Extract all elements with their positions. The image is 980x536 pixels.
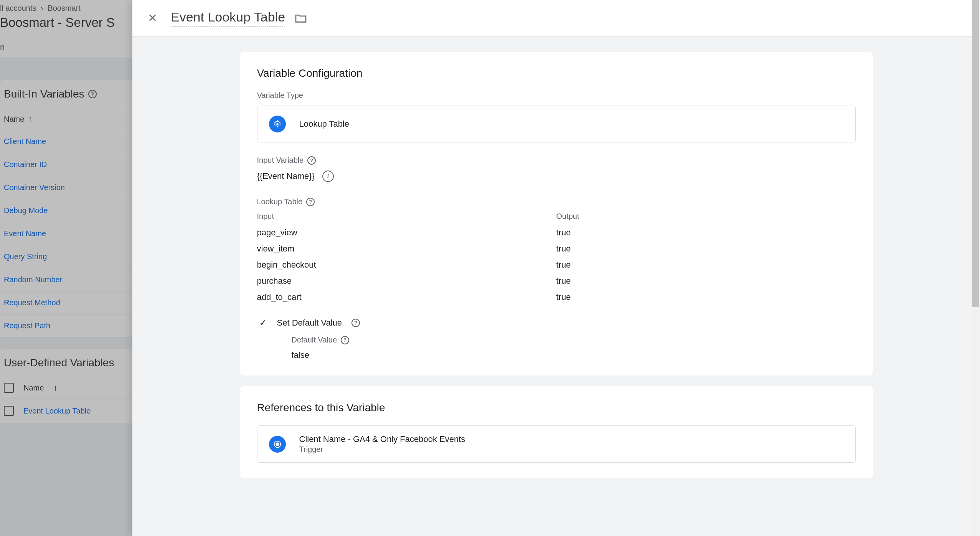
help-icon[interactable]: ?	[351, 319, 360, 327]
trigger-icon	[269, 436, 286, 453]
lookup-input: add_to_cart	[257, 292, 556, 302]
lookup-row: purchase true	[257, 273, 856, 289]
lookup-output: true	[556, 276, 571, 286]
lookup-row: add_to_cart true	[257, 289, 856, 305]
lookup-label-text: Lookup Table	[257, 197, 303, 206]
svg-point-0	[276, 123, 279, 125]
reference-type: Trigger	[299, 445, 465, 454]
help-icon[interactable]: ?	[307, 156, 316, 165]
lookup-output: true	[556, 260, 571, 270]
reference-text: Client Name - GA4 & Only Facebook Events…	[299, 434, 465, 454]
variable-name-title[interactable]: Event Lookup Table	[171, 10, 285, 26]
reference-item[interactable]: Client Name - GA4 & Only Facebook Events…	[257, 425, 856, 463]
lookup-row: begin_checkout true	[257, 257, 856, 273]
variable-detail-panel: ✕ Event Lookup Table Variable Configurat…	[132, 0, 980, 536]
checkmark-icon: ✓	[259, 317, 267, 329]
references-card: References to this Variable Client Name …	[240, 386, 873, 478]
panel-content: Variable Configuration Variable Type Loo…	[240, 52, 873, 521]
variable-type-name: Lookup Table	[299, 119, 350, 129]
panel-header: ✕ Event Lookup Table	[132, 0, 980, 36]
lookup-row: page_view true	[257, 225, 856, 241]
lookup-input: begin_checkout	[257, 260, 556, 270]
info-icon[interactable]: i	[322, 170, 334, 182]
lookup-table-label: Lookup Table ?	[257, 197, 856, 206]
lookup-table-grid: Input Output page_view true view_item tr…	[257, 212, 856, 305]
lookup-row: view_item true	[257, 241, 856, 257]
lookup-input: view_item	[257, 244, 556, 254]
input-var-label-text: Input Variable	[257, 156, 304, 165]
variable-config-card: Variable Configuration Variable Type Loo…	[240, 52, 873, 376]
output-col-header: Output	[556, 212, 579, 221]
references-title: References to this Variable	[257, 402, 856, 414]
reference-name: Client Name - GA4 & Only Facebook Events	[299, 434, 465, 444]
variable-type-selector[interactable]: Lookup Table	[257, 106, 856, 142]
input-variable-label: Input Variable ?	[257, 156, 856, 165]
set-default-row: ✓ Set Default Value ?	[257, 317, 856, 329]
variable-type-label: Variable Type	[257, 91, 856, 100]
lookup-table-header: Input Output	[257, 212, 856, 221]
set-default-label: Set Default Value	[277, 318, 342, 328]
lookup-input: page_view	[257, 228, 556, 238]
svg-point-2	[276, 443, 279, 445]
folder-icon[interactable]	[295, 13, 307, 23]
lookup-output: true	[556, 228, 571, 238]
input-col-header: Input	[257, 212, 556, 221]
lookup-output: true	[556, 244, 571, 254]
config-title: Variable Configuration	[257, 67, 856, 79]
default-value-label: Default Value ?	[292, 336, 856, 344]
default-value-label-text: Default Value	[292, 336, 337, 344]
scrollbar-thumb[interactable]	[972, 0, 979, 307]
lookup-output: true	[556, 292, 571, 302]
gear-icon	[269, 116, 286, 132]
scrollbar[interactable]	[972, 0, 980, 536]
default-value: false	[292, 350, 856, 360]
help-icon[interactable]: ?	[341, 336, 349, 344]
close-icon[interactable]: ✕	[148, 12, 157, 24]
lookup-input: purchase	[257, 276, 556, 286]
panel-body: Variable Configuration Variable Type Loo…	[132, 36, 980, 536]
input-var-text: {{Event Name}}	[257, 171, 315, 181]
help-icon[interactable]: ?	[306, 198, 315, 206]
default-value-block: Default Value ? false	[257, 336, 856, 360]
input-variable-value: {{Event Name}} i	[257, 170, 856, 182]
